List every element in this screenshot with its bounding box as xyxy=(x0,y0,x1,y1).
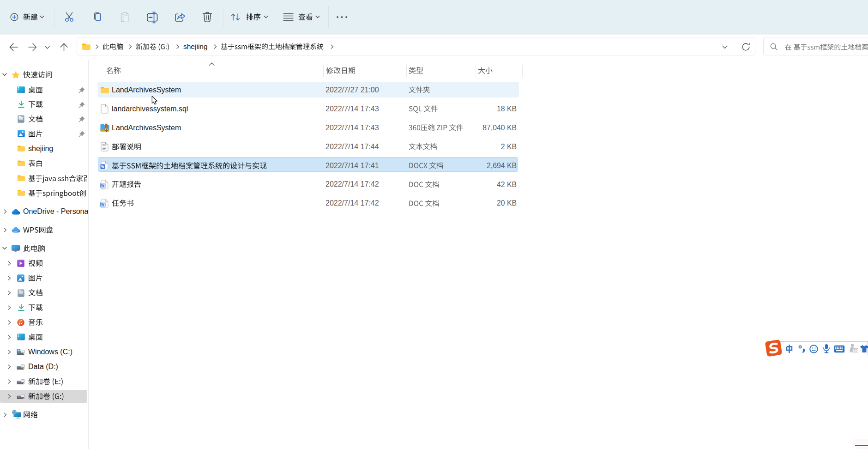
svg-text:20: 20 xyxy=(853,348,857,352)
